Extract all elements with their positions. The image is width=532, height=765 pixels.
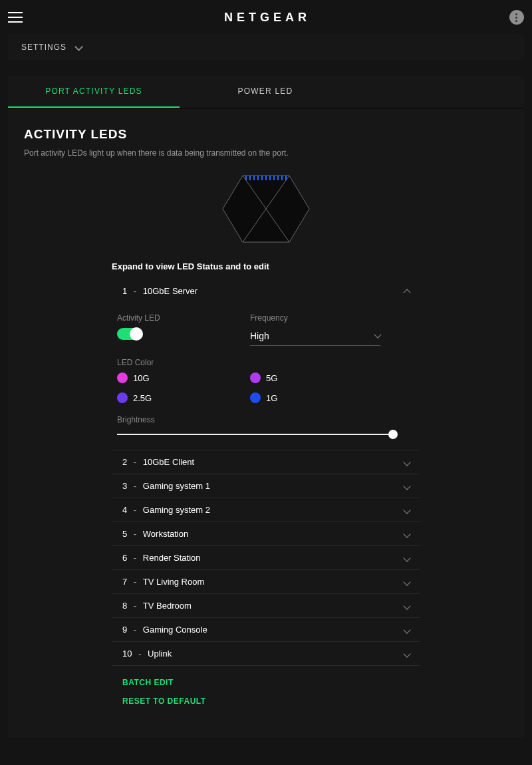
- batch-edit-button[interactable]: BATCH EDIT: [122, 678, 410, 687]
- chevron-down-icon: [374, 331, 381, 338]
- port-row-2[interactable]: 2 - 10GbE Client: [112, 450, 420, 474]
- slider-track: [117, 434, 396, 435]
- port-separator: -: [131, 553, 139, 563]
- chevron-down-icon: [76, 44, 82, 51]
- port-name: 10GbE Client: [143, 457, 194, 467]
- activity-led-label: Activity LED: [117, 313, 250, 323]
- chevron-down-icon: [403, 578, 410, 585]
- port-row-8[interactable]: 8 - TV Bedroom: [112, 594, 420, 618]
- frequency-select[interactable]: High: [250, 328, 380, 346]
- port-row-7[interactable]: 7 - TV Living Room: [112, 570, 420, 594]
- color-label: 2.5G: [133, 393, 152, 403]
- port-name: 10GbE Server: [143, 286, 198, 296]
- color-swatch-icon: [117, 373, 128, 383]
- led-color-2_5g[interactable]: 2.5G: [117, 392, 250, 403]
- color-swatch-icon: [250, 373, 261, 383]
- chevron-down-icon: [403, 458, 410, 466]
- port-separator: -: [131, 529, 139, 539]
- port-separator: -: [131, 577, 139, 587]
- port-name: Gaming system 1: [143, 481, 210, 491]
- port-list: 1 - 10GbE Server Activity LED Frequency: [112, 279, 420, 706]
- port-name: Gaming Console: [143, 625, 207, 635]
- brightness-label: Brightness: [117, 415, 383, 424]
- color-label: 1G: [266, 393, 277, 403]
- settings-label: SETTINGS: [21, 43, 66, 52]
- port-number: 7: [122, 577, 127, 587]
- port-number: 4: [122, 505, 127, 515]
- port-separator: -: [131, 286, 139, 296]
- menu-icon[interactable]: [8, 9, 25, 26]
- port-number: 1: [122, 286, 127, 296]
- color-label: 5G: [266, 373, 277, 383]
- port-separator: -: [131, 457, 139, 467]
- port-1-expanded: Activity LED Frequency High LED Color: [112, 303, 420, 450]
- port-number: 6: [122, 553, 127, 563]
- port-row-9[interactable]: 9 - Gaming Console: [112, 618, 420, 642]
- led-color-10g[interactable]: 10G: [117, 373, 250, 383]
- frequency-value: High: [250, 331, 269, 341]
- chevron-down-icon: [403, 506, 410, 514]
- port-number: 10: [122, 649, 132, 659]
- port-separator: -: [131, 625, 139, 635]
- expand-hint: Expand to view LED Status and to edit: [112, 261, 420, 271]
- chevron-down-icon: [403, 626, 410, 633]
- port-row-3[interactable]: 3 - Gaming system 1: [112, 474, 420, 498]
- port-number: 9: [122, 625, 127, 635]
- port-separator: -: [131, 481, 139, 491]
- chevron-down-icon: [403, 482, 410, 490]
- color-swatch-icon: [250, 392, 261, 403]
- port-row-4[interactable]: 4 - Gaming system 2: [112, 498, 420, 522]
- chevron-down-icon: [403, 554, 410, 561]
- frequency-label: Frequency: [250, 313, 383, 323]
- slider-thumb[interactable]: [388, 430, 398, 439]
- port-number: 8: [122, 601, 127, 611]
- reset-default-button[interactable]: RESET TO DEFAULT: [122, 696, 410, 706]
- chevron-down-icon: [403, 650, 410, 657]
- chevron-up-icon: [403, 289, 410, 296]
- brand-logo: NETGEAR: [224, 11, 311, 25]
- port-separator: -: [131, 601, 139, 611]
- tab-power-led[interactable]: POWER LED: [180, 76, 351, 108]
- port-name: TV Bedroom: [143, 601, 192, 611]
- tab-port-activity-leds[interactable]: PORT ACTIVITY LEDS: [8, 76, 180, 108]
- port-name: Uplink: [148, 649, 172, 659]
- port-name: TV Living Room: [143, 577, 204, 587]
- port-row-6[interactable]: 6 - Render Station: [112, 546, 420, 570]
- port-separator: -: [131, 505, 139, 515]
- port-number: 5: [122, 529, 127, 539]
- port-name: Render Station: [143, 553, 201, 563]
- more-icon[interactable]: [509, 10, 524, 25]
- page-title: ACTIVITY LEDS: [24, 127, 508, 142]
- color-swatch-icon: [117, 392, 128, 403]
- activity-led-toggle[interactable]: [117, 328, 142, 340]
- port-row-10[interactable]: 10 - Uplink: [112, 642, 420, 666]
- led-color-1g[interactable]: 1G: [250, 392, 383, 403]
- port-row-5[interactable]: 5 - Workstation: [112, 522, 420, 546]
- brightness-slider[interactable]: [117, 430, 396, 439]
- led-color-5g[interactable]: 5G: [250, 373, 383, 383]
- port-number: 2: [122, 457, 127, 467]
- chevron-down-icon: [403, 602, 410, 609]
- port-separator: -: [136, 649, 144, 659]
- port-name: Workstation: [143, 529, 188, 539]
- settings-dropdown[interactable]: SETTINGS: [8, 35, 524, 60]
- page-description: Port activity LEDs light up when there i…: [24, 148, 508, 158]
- port-name: Gaming system 2: [143, 505, 210, 515]
- chevron-down-icon: [403, 530, 410, 537]
- led-color-label: LED Color: [117, 358, 383, 367]
- port-number: 3: [122, 481, 127, 491]
- device-icon: [219, 172, 313, 245]
- port-row-1[interactable]: 1 - 10GbE Server: [112, 279, 420, 303]
- color-label: 10G: [133, 373, 150, 383]
